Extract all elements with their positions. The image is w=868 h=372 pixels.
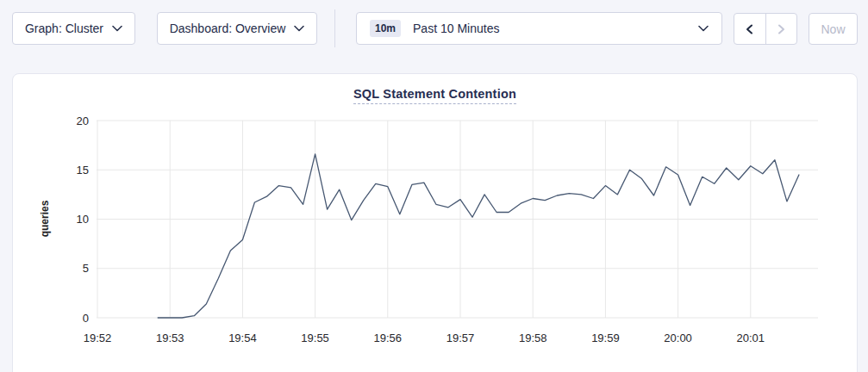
contention-chart[interactable]: 0510152019:5219:5319:5419:5519:5619:5719… bbox=[13, 74, 859, 372]
x-tick-label: 19:54 bbox=[228, 332, 257, 344]
x-tick-label: 19:56 bbox=[374, 332, 403, 344]
now-button-label: Now bbox=[821, 22, 845, 36]
time-range-label: Past 10 Minutes bbox=[413, 22, 499, 35]
previous-time-button[interactable] bbox=[734, 14, 766, 44]
y-tick-label: 10 bbox=[77, 213, 89, 226]
x-tick-label: 19:59 bbox=[591, 332, 620, 344]
graph-dropdown-label: Graph: Cluster bbox=[25, 22, 103, 35]
x-tick-label: 19:57 bbox=[446, 332, 475, 344]
y-tick-label: 5 bbox=[83, 262, 89, 275]
chevron-down-icon bbox=[698, 25, 709, 32]
dashboard-dropdown[interactable]: Dashboard: Overview bbox=[157, 12, 317, 45]
chevron-down-icon bbox=[112, 25, 122, 32]
dashboard-dropdown-label: Dashboard: Overview bbox=[170, 22, 286, 35]
chart-panel: 0510152019:5219:5319:5419:5519:5619:5719… bbox=[12, 73, 858, 372]
time-range-dropdown[interactable]: 10m Past 10 Minutes bbox=[356, 12, 722, 45]
x-tick-label: 19:53 bbox=[156, 332, 184, 344]
time-range-badge: 10m bbox=[370, 20, 401, 37]
metrics-page: { "toolbar": { "graph_dropdown": { "labe… bbox=[0, 0, 868, 372]
contention-line bbox=[158, 154, 799, 318]
chevron-right-icon bbox=[775, 23, 787, 35]
time-step-buttons bbox=[734, 13, 797, 45]
x-tick-label: 20:01 bbox=[737, 332, 765, 344]
y-tick-label: 0 bbox=[83, 312, 89, 325]
chevron-down-icon bbox=[294, 25, 304, 32]
toolbar-divider bbox=[334, 9, 335, 47]
y-tick-label: 20 bbox=[77, 115, 89, 127]
x-tick-label: 20:00 bbox=[664, 332, 692, 344]
now-button[interactable]: Now bbox=[809, 13, 858, 45]
y-tick-label: 15 bbox=[77, 164, 89, 177]
x-tick-label: 19:52 bbox=[84, 332, 112, 344]
next-time-button[interactable] bbox=[766, 14, 797, 44]
chart-title-wrap: SQL Statement Contention bbox=[13, 86, 857, 104]
x-tick-label: 19:58 bbox=[519, 332, 547, 344]
chevron-left-icon bbox=[744, 23, 756, 35]
x-tick-label: 19:55 bbox=[301, 332, 329, 344]
chart-title[interactable]: SQL Statement Contention bbox=[353, 87, 516, 104]
y-axis-label: queries bbox=[39, 200, 51, 237]
graph-dropdown[interactable]: Graph: Cluster bbox=[12, 12, 135, 45]
